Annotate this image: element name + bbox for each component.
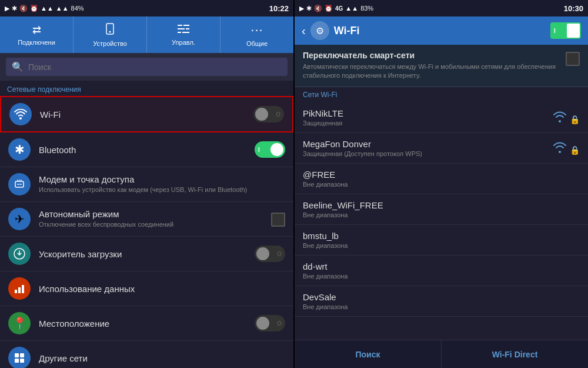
wifi-network-pikniklte-text: PikNikLTE Защищенная xyxy=(303,108,552,127)
wifi-network-beeline-status: Вне диапазона xyxy=(303,211,580,218)
setting-item-bluetooth[interactable]: ✱ Bluetooth I xyxy=(0,132,293,167)
setting-item-download[interactable]: Ускоритель загрузки O xyxy=(0,237,293,271)
wifi-network-devsale[interactable]: DevSale Вне диапазона xyxy=(295,286,588,317)
bluetooth-title: Bluetooth xyxy=(39,145,255,155)
modem-subtitle: Использовать устройство как модем (через… xyxy=(39,185,285,194)
airplane-subtitle: Отключение всех беспроводных соединений xyxy=(39,220,271,228)
svg-rect-12 xyxy=(22,285,24,293)
wifi-network-ddwrt-text: dd-wrt Вне диапазона xyxy=(303,261,580,280)
wifi-network-list: PikNikLTE Защищенная 🔒 MegaFon Donver За… xyxy=(295,102,588,340)
smart-network-text: Переключатель смарт-сети Автоматически п… xyxy=(303,51,560,81)
wifi-network-megafon-text: MegaFon Donver Защищенная (Доступен прот… xyxy=(303,139,552,157)
tab-controls-label: Управл. xyxy=(172,39,195,46)
r-battery-percent: 83% xyxy=(360,5,373,12)
tab-connections-icon: ⇄ xyxy=(32,24,41,37)
wifi-gear-icon[interactable]: ⚙ xyxy=(310,21,329,40)
airplane-checkbox[interactable] xyxy=(271,213,285,227)
back-button[interactable]: ‹ xyxy=(302,24,306,38)
location-title: Местоположение xyxy=(39,319,255,329)
tab-device-icon xyxy=(104,23,116,38)
wifi-network-megafon-name: MegaFon Donver xyxy=(303,139,552,149)
alarm-icon: ⏰ xyxy=(30,5,38,12)
tab-connections[interactable]: ⇄ Подключени xyxy=(0,16,74,53)
modem-setting-text: Модем и точка доступа Использовать устро… xyxy=(39,174,285,194)
datausage-icon xyxy=(8,277,31,300)
battery-percent-left: 84% xyxy=(71,5,84,12)
tab-general[interactable]: ··· Общие xyxy=(220,16,293,53)
download-toggle[interactable]: O xyxy=(255,246,285,262)
wifi-toggle[interactable]: O xyxy=(253,106,284,122)
tab-controls[interactable]: Управл. xyxy=(147,16,220,53)
tab-general-icon: ··· xyxy=(250,22,263,38)
wifi-network-bmstu[interactable]: bmstu_lb Вне диапазона xyxy=(295,225,588,256)
status-icons-right: ▶ ✱ 🔇 ⏰ 4G ▲▲ 83% xyxy=(299,5,373,12)
download-icon xyxy=(8,243,31,265)
bluetooth-status-icon: ✱ xyxy=(12,5,17,12)
section-header-connections: Сетевые подключения xyxy=(0,81,293,96)
download-title: Ускоритель загрузки xyxy=(39,249,255,259)
setting-item-airplane[interactable]: ✈ Автономный режим Отключение всех беспр… xyxy=(0,202,293,237)
svg-point-1 xyxy=(109,31,111,32)
download-setting-text: Ускоритель загрузки xyxy=(39,249,255,259)
wifi-bottom-bar: Поиск Wi-Fi Direct xyxy=(295,340,588,368)
setting-item-datausage[interactable]: Использование данных xyxy=(0,271,293,306)
wifi-search-button[interactable]: Поиск xyxy=(295,340,442,368)
wifi-network-ddwrt-status: Вне диапазона xyxy=(303,273,580,280)
svg-rect-5 xyxy=(186,28,189,29)
svg-rect-15 xyxy=(15,359,19,363)
setting-item-othernets[interactable]: Другие сети xyxy=(0,341,293,368)
setting-item-modem[interactable]: Модем и точка доступа Использовать устро… xyxy=(0,167,293,202)
status-icons-left: ▶ ✱ 🔇 ⏰ ▲▲ ▲▲ 84% xyxy=(5,5,84,12)
r-4g-icon: 4G xyxy=(335,5,343,12)
mute-icon: 🔇 xyxy=(19,5,28,12)
tab-controls-icon xyxy=(178,24,189,37)
r-alarm-icon: ⏰ xyxy=(325,5,333,12)
search-input-box[interactable]: 🔍 xyxy=(6,58,288,76)
status-bar-left: ▶ ✱ 🔇 ⏰ ▲▲ ▲▲ 84% 10:22 xyxy=(0,0,293,16)
wifi-network-devsale-name: DevSale xyxy=(303,292,580,302)
wifi-network-ddwrt[interactable]: dd-wrt Вне диапазона xyxy=(295,256,588,286)
status-time-right: 10:30 xyxy=(564,4,583,13)
wifi-network-bmstu-status: Вне диапазона xyxy=(303,242,580,249)
wifi-setting-text: Wi-Fi xyxy=(40,110,253,120)
smart-network-title: Переключатель смарт-сети xyxy=(303,51,560,60)
wifi-network-megafon[interactable]: MegaFon Donver Защищенная (Доступен прот… xyxy=(295,133,588,164)
search-bar: 🔍 xyxy=(0,53,293,81)
othernets-icon xyxy=(8,347,31,368)
wifi-toggle-slider xyxy=(567,24,580,38)
status-bar-right: ▶ ✱ 🔇 ⏰ 4G ▲▲ 83% 10:30 xyxy=(295,0,588,16)
wifi-network-beeline-text: Beeline_WiFi_FREE Вне диапазона xyxy=(303,200,580,218)
wifi-network-beeline-name: Beeline_WiFi_FREE xyxy=(303,200,580,210)
status-time-left: 10:22 xyxy=(269,4,289,13)
bluetooth-toggle[interactable]: I xyxy=(255,141,285,158)
wifi-network-ddwrt-name: dd-wrt xyxy=(303,261,580,271)
svg-rect-13 xyxy=(15,353,19,357)
wifi-direct-button[interactable]: Wi-Fi Direct xyxy=(442,340,588,368)
wifi-network-beeline[interactable]: Beeline_WiFi_FREE Вне диапазона xyxy=(295,194,588,225)
smart-network-checkbox[interactable] xyxy=(566,52,580,66)
airplane-setting-text: Автономный режим Отключение всех беспров… xyxy=(39,209,271,228)
setting-item-location[interactable]: 📍 Местоположение O xyxy=(0,306,293,341)
datausage-setting-text: Использование данных xyxy=(39,284,285,294)
svg-rect-3 xyxy=(183,25,189,26)
wifi-toggle-label: I xyxy=(554,28,556,34)
svg-rect-7 xyxy=(182,32,189,33)
wifi-network-atfree[interactable]: @FREE Вне диапазона xyxy=(295,164,588,194)
location-icon: 📍 xyxy=(8,312,31,334)
setting-item-wifi[interactable]: Wi-Fi O xyxy=(0,96,293,132)
wifi-network-pikniklte-name: PikNikLTE xyxy=(303,108,552,118)
signal-icon: ▲▲ xyxy=(41,5,54,12)
tab-device[interactable]: Устройство xyxy=(74,16,147,53)
svg-rect-6 xyxy=(178,32,181,33)
wifi-network-atfree-name: @FREE xyxy=(303,170,580,180)
wifi-header-toggle[interactable]: I xyxy=(550,22,581,39)
wifi-section-header: Сети Wi-Fi xyxy=(295,87,588,102)
airplane-icon: ✈ xyxy=(8,208,31,230)
search-input[interactable] xyxy=(28,62,282,72)
airplane-title: Автономный режим xyxy=(39,209,271,219)
wifi-network-pikniklte[interactable]: PikNikLTE Защищенная 🔒 xyxy=(295,102,588,133)
wifi-network-atfree-text: @FREE Вне диапазона xyxy=(303,170,580,188)
signal2-icon: ▲▲ xyxy=(56,5,69,12)
r-bluetooth-icon: ✱ xyxy=(306,5,312,12)
location-toggle[interactable]: O xyxy=(255,315,285,331)
